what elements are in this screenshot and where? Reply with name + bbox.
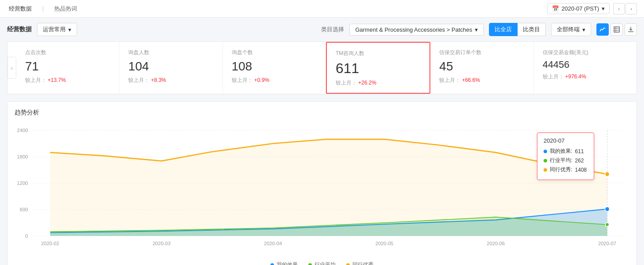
chart-title: 趋势分析	[15, 109, 629, 117]
top-value: 1408	[575, 167, 587, 173]
tooltip-row-avg: 行业平均: 262	[544, 157, 588, 164]
svg-rect-0	[614, 27, 619, 32]
view-buttons	[596, 23, 637, 36]
compare-buttons: 比全店 比类目	[489, 23, 546, 36]
avg-dot	[544, 159, 547, 162]
metric-value-clicks: 71	[25, 59, 110, 74]
svg-text:2400: 2400	[17, 128, 28, 133]
metrics-row: ‹ 点击次数 71 较上月： +13.7% 询盘人数 104 较上月： +8.3…	[7, 41, 637, 94]
metric-label-clicks: 点击次数	[25, 49, 110, 56]
download-icon	[628, 26, 634, 33]
change-value: +13.7%	[48, 77, 66, 83]
legend-blue-dot	[270, 263, 274, 265]
metric-change: 较上月： +0.9%	[232, 77, 317, 84]
chevron-down-icon: ▾	[582, 26, 585, 33]
svg-text:2020-04: 2020-04	[264, 241, 282, 247]
top-bar-right: 📅 2020-07 (PST) ▾ ‹ ›	[547, 3, 637, 15]
legend-top-label: 同行优秀	[352, 261, 374, 265]
svg-point-26	[605, 207, 609, 212]
download-button[interactable]	[625, 23, 637, 36]
metric-change: 较上月： +976.4%	[543, 73, 628, 81]
legend-avg: 行业平均	[308, 261, 336, 265]
top-dot	[544, 168, 547, 172]
nav-item-jingying[interactable]: 经营数据	[7, 5, 33, 13]
main-content: 经营数据 运营常用 ▾ 类目选择 Garment & Processing Ac…	[0, 18, 644, 265]
svg-text:2020-02: 2020-02	[41, 241, 59, 247]
category-value: Garment & Processing Accessories > Patch…	[355, 26, 472, 33]
change-label: 较上月：	[25, 77, 46, 83]
top-bar-left: 经营数据 | 热品热词	[7, 5, 79, 13]
metric-value: 44456	[543, 59, 628, 70]
tooltip-date: 2020-07	[544, 137, 588, 144]
metric-card-trade-orders: 信保交易订单个数 45 较上月： +66.6%	[430, 42, 533, 94]
metric-card-clicks: 点击次数 71 较上月： +13.7%	[16, 42, 119, 94]
chevron-down-icon: ▾	[68, 26, 71, 33]
chart-view-button[interactable]	[596, 23, 609, 36]
svg-text:2020-06: 2020-06	[487, 241, 505, 247]
legend-yellow-dot	[346, 263, 350, 265]
legend-green-dot	[308, 263, 312, 265]
terminal-select[interactable]: 全部终端 ▾	[551, 23, 591, 36]
metric-value: 108	[232, 59, 317, 74]
legend-avg-label: 行业平均	[315, 261, 336, 265]
compare-category-button[interactable]: 比类目	[518, 23, 546, 36]
line-chart-icon	[600, 26, 606, 33]
metric-card-inquiry-count: 询盘个数 108 较上月： +0.9%	[223, 42, 326, 94]
avg-value: 262	[575, 158, 584, 164]
category-select[interactable]: Garment & Processing Accessories > Patch…	[349, 24, 484, 36]
metric-label: 询盘个数	[232, 49, 317, 56]
metric-change: 较上月： +26.2%	[336, 79, 421, 87]
table-icon	[614, 26, 620, 33]
svg-text:2020-07: 2020-07	[598, 241, 616, 247]
svg-text:1800: 1800	[17, 154, 28, 159]
metric-label: 询盘人数	[128, 49, 213, 56]
top-nav: 经营数据 | 热品热词	[7, 5, 79, 13]
metric-change: 较上月： +8.3%	[128, 77, 213, 84]
metrics-cards: 点击次数 71 较上月： +13.7% 询盘人数 104 较上月： +8.3% …	[16, 42, 637, 94]
operation-dropdown[interactable]: 运营常用 ▾	[37, 23, 77, 36]
metric-card-tm-consult: TM咨询人数 611 较上月： +26.2%	[326, 42, 430, 94]
page-title: 经营数据	[7, 26, 32, 33]
date-value: 2020-07 (PST)	[562, 5, 599, 12]
metric-card-inquiry-people: 询盘人数 104 较上月： +8.3%	[119, 42, 222, 94]
metric-label: 信保交易金额(美元)	[543, 49, 628, 56]
chart-container: 2400 1800 1200 600 0 2020-02 2020-03 202…	[15, 124, 629, 256]
tooltip-row-my: 我的效果: 611	[544, 147, 588, 155]
next-arrow-button[interactable]: ›	[625, 3, 637, 15]
date-picker[interactable]: 📅 2020-07 (PST) ▾	[547, 3, 610, 14]
terminal-label: 全部终端	[557, 26, 580, 33]
toolbar: 经营数据 运营常用 ▾ 类目选择 Garment & Processing Ac…	[7, 23, 637, 36]
metric-label: TM咨询人数	[336, 50, 421, 57]
svg-text:2020-05: 2020-05	[375, 241, 393, 247]
metric-value: 104	[128, 59, 213, 74]
metrics-prev-button[interactable]: ‹	[7, 57, 16, 79]
prev-arrow-button[interactable]: ‹	[613, 3, 625, 15]
nav-separator: |	[42, 5, 44, 13]
chart-tooltip: 2020-07 我的效果: 611 行业平均: 262 同行优秀: 1408	[537, 132, 594, 180]
svg-text:600: 600	[20, 207, 28, 212]
svg-text:1200: 1200	[17, 180, 28, 186]
table-view-button[interactable]	[611, 23, 623, 36]
category-label: 类目选择	[321, 26, 344, 33]
calendar-icon: 📅	[552, 5, 559, 12]
my-effect-value: 611	[575, 148, 584, 155]
legend-my-effect: 我的效果	[270, 261, 298, 265]
top-label: 同行优秀:	[550, 166, 572, 173]
svg-text:0: 0	[25, 233, 28, 239]
metric-card-trade-amount: 信保交易金额(美元) 44456 较上月： +976.4%	[534, 42, 637, 94]
compare-all-store-button[interactable]: 比全店	[489, 23, 518, 36]
tooltip-row-top: 同行优秀: 1408	[544, 166, 588, 173]
svg-point-27	[605, 223, 609, 227]
nav-item-hot[interactable]: 热品热词	[52, 5, 79, 13]
chevron-down-icon: ▾	[602, 5, 605, 12]
svg-point-28	[605, 172, 609, 177]
metric-value: 45	[439, 59, 524, 74]
metric-change-clicks: 较上月： +13.7%	[25, 77, 110, 84]
svg-text:2020-03: 2020-03	[152, 241, 170, 247]
legend-top: 同行优秀	[346, 261, 374, 265]
metric-change: 较上月： +66.6%	[439, 77, 524, 84]
chart-section: 趋势分析 2400 1800 1200 600 0 2020-02 2020-0…	[7, 101, 637, 265]
chart-legend: 我的效果 行业平均 同行优秀	[15, 261, 629, 265]
my-effect-label: 我的效果:	[550, 147, 572, 155]
metric-value: 611	[336, 60, 421, 77]
